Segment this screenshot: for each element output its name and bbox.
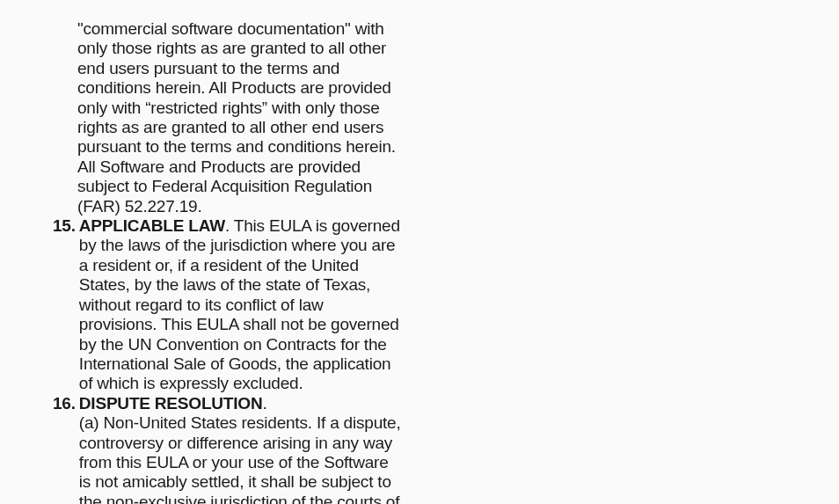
clause-text: "commercial software documentation" with… — [77, 19, 396, 215]
clause-heading: DISPUTE RESOLUTION — [79, 394, 263, 413]
clause-body: APPLICABLE LAW. This EULA is governed by… — [79, 216, 403, 394]
page-body: "commercial software documentation" with… — [53, 19, 786, 504]
clause-body: DISPUTE RESOLUTION. (a) Non-United State… — [79, 394, 403, 504]
clause-text: . This EULA is governed by the laws of t… — [79, 216, 400, 392]
clause-number: 16. — [53, 394, 79, 504]
document-page: "commercial software documentation" with… — [0, 0, 839, 504]
clause-16: 16. DISPUTE RESOLUTION. (a) Non-United S… — [53, 394, 403, 504]
clause-number: 15. — [53, 216, 79, 394]
clause-14-continuation: "commercial software documentation" with… — [53, 19, 403, 216]
clause-15: 15. APPLICABLE LAW. This EULA is governe… — [53, 216, 403, 394]
clause-period: . — [262, 394, 266, 413]
clause-text-a: (a) Non-United States residents. If a di… — [79, 413, 401, 504]
clause-heading: APPLICABLE LAW — [79, 216, 225, 235]
